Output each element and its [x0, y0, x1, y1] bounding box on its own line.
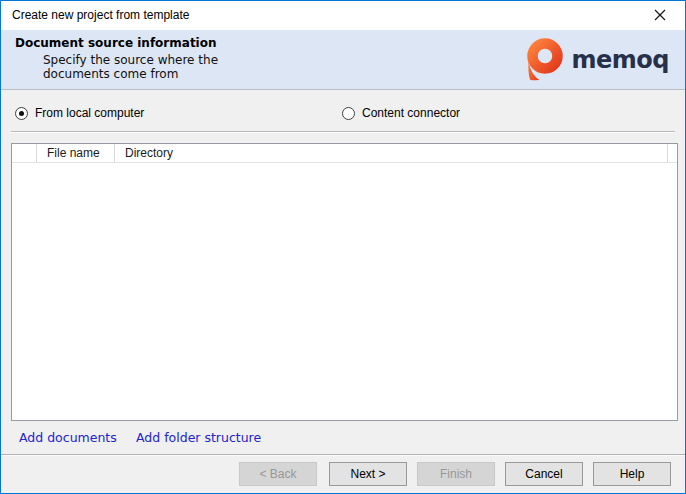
radio-from-local-computer[interactable]: From local computer — [15, 105, 144, 121]
help-button[interactable]: Help — [593, 462, 671, 486]
next-button[interactable]: Next > — [329, 462, 407, 486]
title-bar[interactable]: Create new project from template — [1, 1, 685, 30]
page-subtitle: Specify the source where the documents c… — [43, 53, 218, 81]
separator — [11, 131, 675, 133]
back-button: < Back — [239, 462, 317, 486]
page-title: Document source information — [15, 36, 217, 50]
add-folder-structure-link[interactable]: Add folder structure — [136, 430, 261, 445]
table-header-directory[interactable]: Directory — [115, 144, 668, 162]
create-project-dialog: Create new project from template Documen… — [0, 0, 686, 494]
close-button[interactable] — [644, 6, 676, 26]
finish-button: Finish — [417, 462, 495, 486]
radio-unselected-icon — [342, 107, 355, 120]
wizard-header: Document source information Specify the … — [1, 30, 685, 90]
close-icon — [654, 9, 666, 24]
table-header-row: File name Directory — [12, 144, 677, 163]
radio-label: Content connector — [362, 106, 460, 120]
radio-content-connector[interactable]: Content connector — [342, 105, 460, 121]
memoq-logo: memoq — [525, 36, 669, 83]
radio-selected-icon — [15, 107, 28, 120]
table-header-select[interactable] — [12, 144, 37, 162]
memoq-q-icon — [525, 36, 563, 83]
memoq-wordmark: memoq — [572, 48, 669, 72]
add-documents-link[interactable]: Add documents — [19, 430, 117, 445]
subtitle-line-1: Specify the source where the — [43, 53, 218, 67]
document-list[interactable] — [12, 163, 677, 420]
separator — [1, 454, 685, 456]
table-header-file-name[interactable]: File name — [37, 144, 115, 162]
radio-label: From local computer — [35, 106, 144, 120]
cancel-button[interactable]: Cancel — [505, 462, 583, 486]
documents-table[interactable]: File name Directory — [11, 143, 678, 421]
window-title: Create new project from template — [12, 1, 189, 30]
subtitle-line-2: documents come from — [43, 67, 178, 81]
